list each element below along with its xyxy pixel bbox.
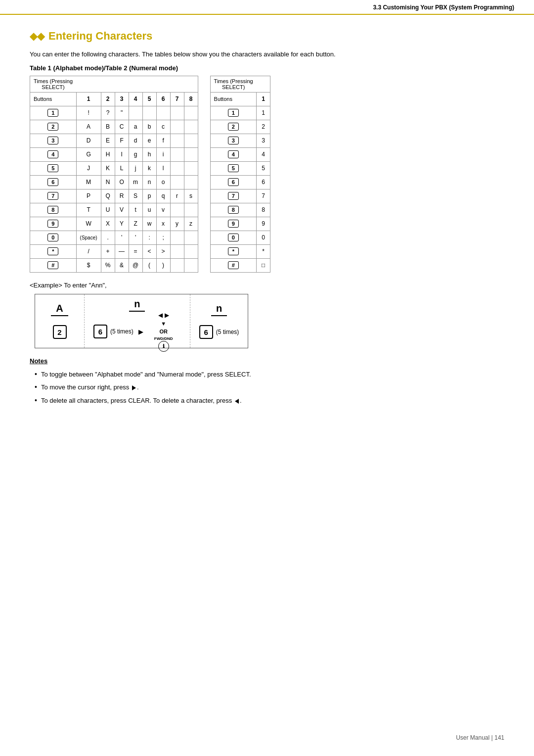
table1-char-cell: u	[142, 203, 156, 217]
table1-char-cell: $	[76, 258, 101, 272]
diamonds-icon: ◆◆	[30, 30, 44, 42]
tables-container: Times (PressingSELECT) Buttons 1 2 3 4 5…	[30, 76, 504, 273]
table1-char-cell: '	[129, 231, 142, 244]
table1-char-cell: W	[76, 217, 101, 231]
table1-char-cell: B	[101, 120, 115, 134]
btn-2: 2	[53, 325, 67, 339]
table2-char-cell: □	[257, 258, 270, 272]
table1-char-cell: o	[156, 175, 170, 189]
table1-char-cell: S	[129, 189, 142, 203]
table1-btn-cell: 6	[30, 175, 77, 189]
table1-char-cell: U	[101, 203, 115, 217]
table1-char-cell: X	[101, 217, 115, 231]
table1-char-cell	[184, 258, 198, 272]
table1-char-cell	[184, 134, 198, 147]
arrow-right-icon	[132, 385, 136, 390]
table1-btn-cell: 4	[30, 147, 77, 161]
page-footer: User Manual | 141	[456, 734, 504, 741]
table1-char-cell: H	[101, 147, 115, 161]
table1-char-cell	[170, 161, 184, 175]
table1-char-cell: O	[115, 175, 129, 189]
table2-btn-cell: 1	[210, 106, 257, 120]
table1-char-cell: e	[142, 134, 156, 147]
table1-char-cell: p	[142, 189, 156, 203]
table1-char-cell: R	[115, 189, 129, 203]
table1-char-cell	[170, 231, 184, 244]
table1-buttons-label: Buttons	[30, 92, 77, 106]
section-title: 3.3 Customising Your PBX (System Program…	[373, 4, 514, 11]
times-label-2: (5 times)	[216, 329, 239, 335]
table1-char-cell: E	[101, 134, 115, 147]
table2-btn-cell: 4	[210, 147, 257, 161]
table1-col-5: 5	[142, 92, 156, 106]
table1-char-cell: J	[76, 161, 101, 175]
note-item-3: To delete all characters, press CLEAR. T…	[35, 395, 504, 406]
table2-char-cell: 4	[257, 147, 270, 161]
table2-btn-cell: 0	[210, 231, 257, 244]
table1-char-cell: '	[115, 231, 129, 244]
or-section: ◀▶ ▼ OR FWD/DND ℹ	[146, 312, 181, 352]
table1-char-cell: >	[156, 244, 170, 258]
table1-char-cell: %	[101, 258, 115, 272]
char-n1: n	[129, 298, 145, 312]
arrow-left-icon	[235, 399, 239, 404]
table1-char-cell: I	[115, 147, 129, 161]
table1-char-cell: z	[184, 217, 198, 231]
table1-char-cell: &	[115, 258, 129, 272]
table1-char-cell: A	[76, 120, 101, 134]
table1-char-cell: /	[76, 244, 101, 258]
table1-btn-cell: 0	[30, 231, 77, 244]
table1-char-cell: c	[156, 120, 170, 134]
table1-col-header: Times (PressingSELECT)	[30, 76, 77, 92]
table-label: Table 1 (Alphabet mode)/Table 2 (Numeral…	[30, 64, 504, 72]
table1-char-cell	[142, 106, 156, 120]
note-item-2: To move the cursor right, press .	[35, 381, 504, 393]
table1-char-cell: g	[129, 147, 142, 161]
btn-6a: 6	[93, 325, 107, 338]
table1-char-cell: K	[101, 161, 115, 175]
table1-char-cell: ?	[101, 106, 115, 120]
table1-char-cell: Z	[129, 217, 142, 231]
fwd-dnd-icon: FWD/DND ℹ	[154, 336, 173, 352]
table1-char-cell	[170, 258, 184, 272]
example-col-n1: n 6 (5 times) ▶ ◀▶ ▼ OR FWD/DND ℹ	[85, 294, 190, 348]
table1-char-cell: .	[101, 231, 115, 244]
table1-char-cell: Q	[101, 189, 115, 203]
example-diagram: A 2 n 6 (5 times) ▶ ◀▶ ▼ OR	[35, 294, 248, 348]
table1-char-cell: j	[129, 161, 142, 175]
note-item-1: To toggle between "Alphabet mode" and "N…	[35, 369, 504, 380]
table2-char-cell: 2	[257, 120, 270, 134]
table2-btn-cell: 5	[210, 161, 257, 175]
table2-btn-cell: *	[210, 244, 257, 258]
table2-btn-cell: 2	[210, 120, 257, 134]
table2-btn-cell: 9	[210, 217, 257, 231]
section-header: 3.3 Customising Your PBX (System Program…	[0, 0, 534, 15]
table1-char-cell	[170, 106, 184, 120]
table1-char-cell	[184, 231, 198, 244]
table1-char-cell: F	[115, 134, 129, 147]
table1-btn-cell: 5	[30, 161, 77, 175]
table1-col-8: 8	[184, 92, 198, 106]
table1-col-2: 2	[101, 92, 115, 106]
table1-btn-cell: 7	[30, 189, 77, 203]
table1-btn-cell: 2	[30, 120, 77, 134]
table1-char-cell: r	[170, 189, 184, 203]
table1-char-cell: w	[142, 217, 156, 231]
table2-char-cell: 5	[257, 161, 270, 175]
table1-char-cell: d	[129, 134, 142, 147]
table1-char-cell: "	[115, 106, 129, 120]
table1-col-1: 1	[76, 92, 101, 106]
table1-btn-cell: 9	[30, 217, 77, 231]
table2-char-cell: 8	[257, 203, 270, 217]
table1-char-cell: q	[156, 189, 170, 203]
intro-paragraph: You can enter the following characters. …	[30, 49, 504, 59]
example-section: <Example> To enter "Ann", A 2 n 6 (5 tim…	[30, 282, 504, 348]
table1-char-cell: (	[142, 258, 156, 272]
table1-char-cell	[170, 203, 184, 217]
table2-btn-cell: 6	[210, 175, 257, 189]
table1-char-cell	[170, 244, 184, 258]
table1-char-cell: +	[101, 244, 115, 258]
table1-col-7: 7	[170, 92, 184, 106]
table1-char-cell: h	[142, 147, 156, 161]
times-label-1: (5 times)	[110, 328, 134, 335]
